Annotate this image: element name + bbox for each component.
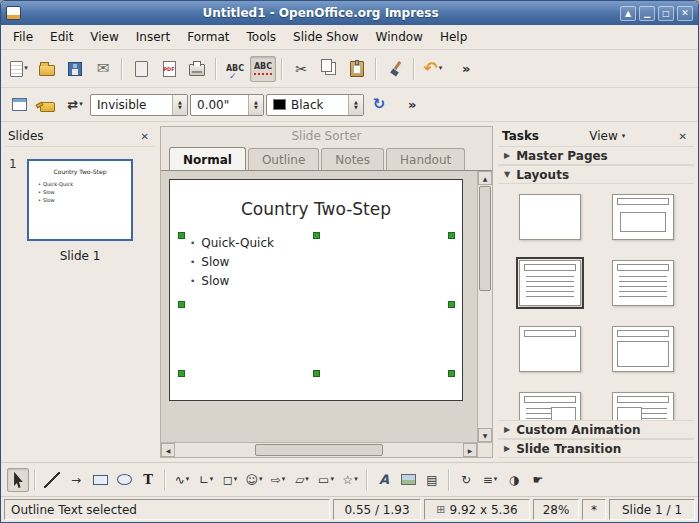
- close-icon[interactable]: ✕: [138, 131, 152, 142]
- basic-shapes-button[interactable]: ◻ ▾: [219, 468, 241, 492]
- selection-handle[interactable]: [448, 301, 455, 308]
- tasks-view-button[interactable]: View ▾: [589, 129, 625, 143]
- insert-picture-button[interactable]: [397, 468, 419, 492]
- fill-button[interactable]: [34, 92, 60, 118]
- callouts-button[interactable]: ▭ ▾: [315, 468, 337, 492]
- cut-button[interactable]: ✂: [288, 56, 314, 82]
- stars-button[interactable]: ☆ ▾: [339, 468, 361, 492]
- alignment-button[interactable]: ≡ ▾: [479, 468, 501, 492]
- fontwork-button[interactable]: A: [373, 468, 395, 492]
- layout-content-right[interactable]: [519, 392, 581, 420]
- open-button[interactable]: [34, 56, 60, 82]
- chevron-down-icon[interactable]: ▾: [282, 476, 286, 483]
- menu-slideshow[interactable]: Slide Show: [285, 27, 366, 47]
- chevron-down-icon[interactable]: ▾: [79, 101, 83, 108]
- section-custom-animation[interactable]: ▶ Custom Animation: [498, 420, 694, 439]
- toolbar-overflow-chevron[interactable]: »: [462, 61, 470, 76]
- menu-help[interactable]: Help: [432, 27, 475, 47]
- section-master-pages[interactable]: ▶ Master Pages: [498, 146, 694, 165]
- chevron-down-icon[interactable]: ▾: [210, 476, 214, 483]
- outline-text-frame[interactable]: •Quick-Quick •Slow •Slow: [190, 233, 274, 290]
- menu-insert[interactable]: Insert: [128, 27, 178, 47]
- format-paintbrush-button[interactable]: [382, 56, 408, 82]
- edit-file-button[interactable]: [128, 56, 154, 82]
- maximize-button[interactable]: □: [658, 6, 674, 21]
- selection-handle[interactable]: [448, 370, 455, 377]
- scroll-up-icon[interactable]: ▲: [478, 171, 492, 185]
- ellipse-tool-button[interactable]: [113, 468, 135, 492]
- impress-app-icon[interactable]: [6, 6, 21, 20]
- selection-handle[interactable]: [448, 232, 455, 239]
- layout-content-left[interactable]: [612, 392, 674, 420]
- scrollbar-track[interactable]: [384, 443, 463, 457]
- minimize-button[interactable]: ▁: [639, 6, 655, 21]
- interaction-button[interactable]: ☛: [527, 468, 549, 492]
- status-zoom[interactable]: 28%: [533, 499, 579, 520]
- autospellcheck-button[interactable]: ABC: [250, 56, 276, 82]
- text-tool-button[interactable]: T: [137, 468, 159, 492]
- new-document-button[interactable]: ▾: [6, 56, 32, 82]
- chevron-down-icon[interactable]: ▾: [354, 476, 358, 483]
- arrow-tool-button[interactable]: →: [65, 468, 87, 492]
- chevron-down-icon[interactable]: ▾: [305, 476, 309, 483]
- arrow-style-button[interactable]: ⇄ ▾: [62, 92, 88, 118]
- menu-format[interactable]: Format: [179, 27, 237, 47]
- chevron-down-icon[interactable]: ▾: [259, 476, 263, 483]
- save-button[interactable]: [62, 56, 88, 82]
- tab-normal[interactable]: Normal: [169, 147, 246, 170]
- layout-title-box[interactable]: [612, 326, 674, 372]
- rotate-button[interactable]: ↻: [455, 468, 477, 492]
- menu-window[interactable]: Window: [368, 27, 431, 47]
- chevron-down-icon[interactable]: ▾: [186, 476, 190, 483]
- line-style-combo[interactable]: Invisible ▲ ▼: [90, 94, 188, 116]
- line-tool-button[interactable]: [41, 468, 63, 492]
- export-pdf-button[interactable]: PDF: [156, 56, 182, 82]
- line-color-combo[interactable]: Black ▲ ▼: [266, 94, 364, 116]
- rotate-mode-button[interactable]: ↻: [366, 92, 392, 118]
- scroll-left-icon[interactable]: ◀: [161, 443, 175, 457]
- scrollbar-track[interactable]: [175, 443, 254, 457]
- copy-button[interactable]: [316, 56, 342, 82]
- menu-tools[interactable]: Tools: [239, 27, 285, 47]
- scrollbar-thumb[interactable]: [255, 444, 383, 456]
- print-button[interactable]: [184, 56, 210, 82]
- scroll-right-icon[interactable]: ▶: [463, 443, 477, 457]
- tab-handout[interactable]: Handout: [386, 148, 465, 170]
- chevron-down-icon[interactable]: ▾: [234, 476, 238, 483]
- layout-title-content-selected[interactable]: [519, 260, 581, 306]
- chevron-down-icon[interactable]: ▾: [24, 65, 28, 72]
- spellcheck-button[interactable]: ABC ✓: [222, 56, 248, 82]
- selection-handle[interactable]: [178, 370, 185, 377]
- extrusion-button[interactable]: ◑: [503, 468, 525, 492]
- selection-handle[interactable]: [313, 232, 320, 239]
- curve-tool-button[interactable]: ∿ ▾: [171, 468, 193, 492]
- styles-formatting-button[interactable]: [6, 92, 32, 118]
- spinner-arrows-button[interactable]: ▲ ▼: [248, 95, 263, 115]
- combo-arrows-button[interactable]: ▲ ▼: [348, 95, 363, 115]
- menu-view[interactable]: View: [82, 27, 126, 47]
- selection-handle[interactable]: [178, 232, 185, 239]
- chevron-down-icon[interactable]: ▾: [330, 476, 334, 483]
- menu-file[interactable]: File: [5, 27, 41, 47]
- horizontal-scrollbar[interactable]: ◀ ▶: [161, 442, 477, 457]
- section-slide-transition[interactable]: ▶ Slide Transition: [498, 439, 694, 458]
- paste-button[interactable]: [344, 56, 370, 82]
- slide-thumbnail[interactable]: Country Two-Step •Quick-Quick •Slow •Slo…: [27, 159, 133, 241]
- tab-outline[interactable]: Outline: [248, 148, 319, 170]
- connector-tool-button[interactable]: ∟ ▾: [195, 468, 217, 492]
- selection-handle[interactable]: [178, 301, 185, 308]
- vertical-scrollbar[interactable]: ▲ ▼: [477, 171, 492, 442]
- selection-handle[interactable]: [313, 370, 320, 377]
- chevron-down-icon[interactable]: ▾: [439, 65, 443, 72]
- symbol-shapes-button[interactable]: ☺ ▾: [243, 468, 265, 492]
- scroll-down-icon[interactable]: ▼: [478, 428, 492, 442]
- rectangle-tool-button[interactable]: [89, 468, 111, 492]
- tab-notes[interactable]: Notes: [321, 148, 384, 170]
- chevron-down-icon[interactable]: ▾: [494, 476, 498, 483]
- layout-title-only[interactable]: [519, 326, 581, 372]
- scrollbar-track[interactable]: [478, 292, 492, 428]
- shade-button[interactable]: ▲: [620, 6, 636, 21]
- layout-blank[interactable]: [519, 194, 581, 240]
- flowchart-button[interactable]: ▱ ▾: [291, 468, 313, 492]
- combo-arrows-button[interactable]: ▲ ▼: [172, 95, 187, 115]
